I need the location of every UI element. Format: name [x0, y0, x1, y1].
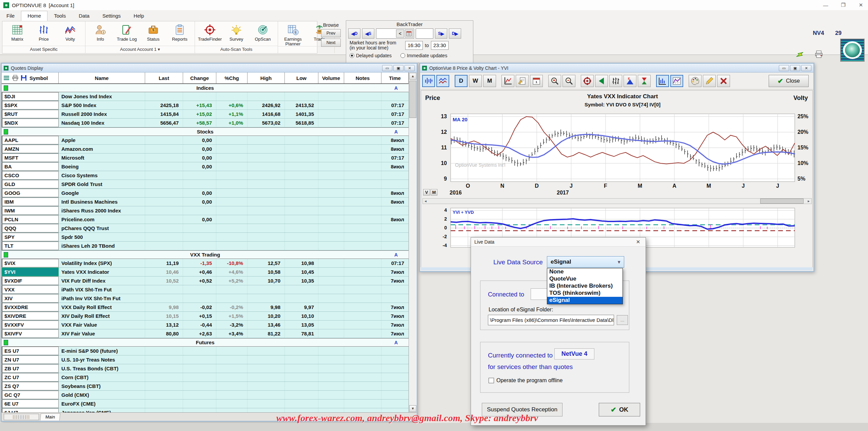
delayed-updates-radio[interactable]: Delayed updates [350, 53, 392, 58]
zigzag-icon[interactable] [436, 75, 449, 87]
section-header-futures[interactable]: Futures A [2, 338, 409, 347]
targetred-icon[interactable] [581, 75, 594, 87]
quotes-vertical-scrollbar[interactable]: ▲ ▼ [409, 73, 417, 412]
xred-icon[interactable] [717, 75, 730, 87]
dropdown-option-tos-thinkorswim-[interactable]: TOS (thinkorswim) [547, 290, 623, 297]
tab-main[interactable]: Main [40, 413, 60, 420]
section-header-vxx-trading[interactable]: VXX Trading A [2, 250, 409, 259]
table-row-znu7[interactable]: ZN U7U.S. 10-yr Treas Notes [2, 355, 409, 364]
symbol-cell[interactable]: QQQ [2, 224, 59, 232]
skip-day-back-button[interactable]: ◀D [348, 28, 360, 39]
radio-dot-on[interactable] [350, 53, 354, 58]
table-row-tlt[interactable]: TLTiShares Leh 20 TBond [2, 242, 409, 250]
symbol-cell[interactable]: 6J U7 [2, 408, 59, 412]
table-row-6eu7[interactable]: 6E U7EuroFX (CME) [2, 399, 409, 408]
editpage-icon[interactable] [516, 75, 529, 87]
column-header-chg[interactable]: %Chg [216, 73, 248, 83]
market-close-input[interactable]: 23:30 [431, 41, 449, 50]
matrix-button[interactable]: Matrix [5, 23, 29, 42]
scroll-down-icon[interactable]: ▼ [409, 405, 416, 412]
table-row-vxx[interactable]: VXXiPath VIX Sht-Tm Fut [2, 285, 409, 294]
earnings-planner-button[interactable]: EEarnings Planner [281, 23, 305, 46]
menu-tab-tools[interactable]: Tools [47, 11, 72, 21]
table-row-vxxdre[interactable]: $VXXDREVXX Daily Roll Effect9,98-0,02-0,… [2, 303, 409, 312]
symbol-cell[interactable]: AAPL [2, 136, 59, 144]
table-row-gld[interactable]: GLDSPDR Gold Trust [2, 180, 409, 189]
symbol-cell[interactable]: XIV [2, 294, 59, 303]
candles-icon[interactable] [609, 75, 622, 87]
pencil-icon[interactable] [703, 75, 716, 87]
skip-day-fwd-button[interactable]: D▶ [449, 28, 461, 39]
table-row-zbu7[interactable]: ZB U7U.S. Treas Bonds (CBT) [2, 364, 409, 373]
survey-button[interactable]: Survey [224, 23, 249, 42]
symbol-cell[interactable]: $VXDIF [2, 276, 59, 285]
quotes-window-titlebar[interactable]: Quotes Display ▭ ▣ ✕ [2, 64, 417, 73]
table-row-vxdif[interactable]: $VXDIFVIX Futr Diff Index10,52+0,52+5,2%… [2, 276, 409, 285]
table-row-zcu7[interactable]: ZC U7Corn (CBT) [2, 373, 409, 382]
scroll-left-icon[interactable]: ◂ [423, 199, 428, 204]
table-row-ibm[interactable]: IBMIntl Business Machines0,008июл [2, 198, 409, 206]
period-m-button[interactable]: M [483, 75, 496, 87]
symbol-cell[interactable]: $XIVDRE [2, 312, 59, 320]
symbol-cell[interactable]: ZC U7 [2, 373, 59, 382]
symbol-cell[interactable]: AMZN [2, 145, 59, 153]
chart-close-button[interactable]: ✔Close [769, 75, 809, 87]
column-header-time[interactable]: Time [381, 73, 409, 83]
print-icon[interactable] [814, 50, 823, 60]
symbol-cell[interactable]: $DJI [2, 92, 59, 101]
scroll-right-icon[interactable]: ▸ [806, 199, 811, 204]
tradefinder-button[interactable]: TradeFinder [198, 23, 222, 42]
esignal-folder-input[interactable]: \Program Files (x86)\Common Files\Intera… [488, 315, 614, 325]
dialog-close-icon[interactable]: ✕ [634, 239, 642, 245]
table-row-pcln[interactable]: PCLNPriceline.com0,008июл [2, 215, 409, 224]
trade-log-button[interactable]: Trade Log [115, 23, 139, 42]
price-button[interactable]: Price [32, 23, 56, 42]
column-header-change[interactable]: Change [183, 73, 216, 83]
app-maximize-button[interactable]: ❐ [839, 2, 848, 8]
table-row-xivdre[interactable]: $XIVDREXIV Daily Roll Effect10,15+0,15+1… [2, 312, 409, 321]
opscan-button[interactable]: OpScan [251, 23, 275, 42]
symbol-cell[interactable]: $VXXDRE [2, 303, 59, 311]
zoomin-icon[interactable] [548, 75, 561, 87]
column-header-volume[interactable]: Volume [318, 73, 344, 83]
quotes-close-button[interactable]: ✕ [405, 65, 415, 71]
chart-horizontal-scrollbar[interactable]: ◂▸ [422, 198, 812, 204]
symbol-cell[interactable]: PCLN [2, 215, 59, 224]
status-button[interactable]: $Status [141, 23, 165, 42]
ribbon-group-label[interactable]: Account Account 1 ▾ [85, 46, 195, 53]
symbol-cell[interactable]: MSFT [2, 153, 59, 162]
skip-step-fwd-button[interactable]: S▶ [435, 28, 447, 39]
symbol-cell[interactable]: TLT [2, 242, 59, 250]
skip-step-back-button[interactable]: ◀S [362, 28, 374, 39]
period-w-button[interactable]: W [469, 75, 482, 87]
column-header-high[interactable]: High [248, 73, 285, 83]
menu-icon[interactable] [3, 75, 10, 81]
live-data-source-select[interactable]: eSignal ▼ [547, 256, 624, 268]
table-row-spx[interactable]: $SPXS&P 500 Index2425,18+15,43+0,6%2426,… [2, 101, 409, 110]
symbol-cell[interactable]: $XIVFV [2, 329, 59, 338]
symbol-cell[interactable]: ES U7 [2, 347, 59, 355]
table-row-ndx[interactable]: $NDXNasdaq 100 Index5656,47+58,57+1,0%56… [2, 119, 409, 127]
dialog-titlebar[interactable]: Live Data ✕ [471, 238, 646, 247]
table-row-goog[interactable]: GOOGGoogle0,008июл [2, 189, 409, 198]
table-row-ba[interactable]: BABoeing0,008июл [2, 162, 409, 171]
immediate-updates-radio[interactable]: Immediate updates [400, 53, 447, 58]
scroll-up-icon[interactable]: ▲ [409, 73, 416, 80]
volty-button[interactable]: Volty [58, 23, 82, 42]
table-row-csco[interactable]: CSCOCisco Systems [2, 171, 409, 180]
table-row-iwm[interactable]: IWMiShares Russ 2000 Index [2, 206, 409, 215]
menu-tab-settings[interactable]: Settings [96, 11, 127, 21]
triblue-icon[interactable]: E [624, 75, 636, 87]
folder-browse-button[interactable]: ... [617, 315, 628, 325]
symbol-cell[interactable]: ZN U7 [2, 355, 59, 364]
scroll-thumb[interactable] [409, 81, 416, 118]
symbol-cell[interactable]: 6E U7 [2, 399, 59, 408]
table-row-aapl[interactable]: AAPLApple0,008июл [2, 136, 409, 145]
symbol-cell[interactable]: $VXXFV [2, 321, 59, 329]
table-row-xivfv[interactable]: $XIVFVXIV Fair Value80,80+2,63+3,4%81,22… [2, 329, 409, 338]
date-decrement-button[interactable]: < [396, 29, 404, 38]
market-open-input[interactable]: 16:30 [405, 41, 423, 50]
chartgrid-icon[interactable] [670, 75, 683, 87]
symbol-cell[interactable]: IBM [2, 198, 59, 206]
app-close-button[interactable]: ✕ [856, 2, 865, 8]
